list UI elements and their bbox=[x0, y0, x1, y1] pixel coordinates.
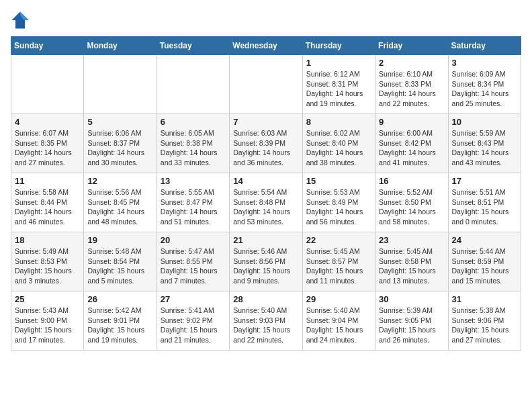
day-number: 16 bbox=[379, 176, 444, 186]
day-cell: 29Sunrise: 5:40 AM Sunset: 9:04 PM Dayli… bbox=[302, 291, 375, 351]
day-info: Sunrise: 5:46 AM Sunset: 8:56 PM Dayligh… bbox=[233, 246, 298, 286]
col-header-sunday: Sunday bbox=[11, 37, 84, 55]
day-cell: 31Sunrise: 5:38 AM Sunset: 9:06 PM Dayli… bbox=[448, 291, 521, 351]
day-cell bbox=[157, 55, 229, 114]
day-number: 13 bbox=[161, 176, 226, 186]
day-info: Sunrise: 5:43 AM Sunset: 9:00 PM Dayligh… bbox=[15, 306, 80, 345]
day-number: 17 bbox=[452, 176, 517, 186]
day-cell: 23Sunrise: 5:45 AM Sunset: 8:58 PM Dayli… bbox=[375, 232, 448, 291]
day-info: Sunrise: 5:45 AM Sunset: 8:57 PM Dayligh… bbox=[306, 246, 371, 286]
col-header-saturday: Saturday bbox=[448, 37, 521, 55]
day-number: 4 bbox=[15, 117, 80, 127]
day-cell: 25Sunrise: 5:43 AM Sunset: 9:00 PM Dayli… bbox=[11, 291, 84, 351]
day-cell: 27Sunrise: 5:41 AM Sunset: 9:02 PM Dayli… bbox=[157, 291, 229, 351]
day-info: Sunrise: 5:47 AM Sunset: 8:55 PM Dayligh… bbox=[161, 246, 226, 286]
day-info: Sunrise: 6:05 AM Sunset: 8:38 PM Dayligh… bbox=[161, 128, 226, 168]
day-number: 6 bbox=[161, 117, 226, 127]
day-info: Sunrise: 5:54 AM Sunset: 8:48 PM Dayligh… bbox=[233, 187, 298, 227]
day-cell: 5Sunrise: 6:06 AM Sunset: 8:37 PM Daylig… bbox=[84, 114, 157, 173]
day-number: 20 bbox=[161, 235, 226, 245]
day-info: Sunrise: 6:00 AM Sunset: 8:42 PM Dayligh… bbox=[379, 128, 444, 168]
day-number: 9 bbox=[379, 117, 444, 127]
col-header-tuesday: Tuesday bbox=[157, 37, 229, 55]
day-info: Sunrise: 6:06 AM Sunset: 8:37 PM Dayligh… bbox=[87, 128, 152, 168]
week-row-1: 1Sunrise: 6:12 AM Sunset: 8:31 PM Daylig… bbox=[11, 55, 521, 114]
day-cell: 6Sunrise: 6:05 AM Sunset: 8:38 PM Daylig… bbox=[157, 114, 229, 173]
day-cell: 15Sunrise: 5:53 AM Sunset: 8:49 PM Dayli… bbox=[302, 173, 375, 232]
col-header-wednesday: Wednesday bbox=[230, 37, 302, 55]
day-cell: 16Sunrise: 5:52 AM Sunset: 8:50 PM Dayli… bbox=[375, 173, 448, 232]
day-number: 2 bbox=[379, 58, 444, 68]
day-cell: 8Sunrise: 6:02 AM Sunset: 8:40 PM Daylig… bbox=[302, 114, 375, 173]
day-cell: 22Sunrise: 5:45 AM Sunset: 8:57 PM Dayli… bbox=[302, 232, 375, 291]
day-cell: 28Sunrise: 5:40 AM Sunset: 9:03 PM Dayli… bbox=[230, 291, 302, 351]
day-number: 30 bbox=[379, 294, 444, 304]
day-cell: 3Sunrise: 6:09 AM Sunset: 8:34 PM Daylig… bbox=[448, 55, 521, 114]
logo-icon bbox=[11, 11, 30, 30]
col-header-friday: Friday bbox=[375, 37, 448, 55]
day-cell: 24Sunrise: 5:44 AM Sunset: 8:59 PM Dayli… bbox=[448, 232, 521, 291]
day-number: 26 bbox=[87, 294, 152, 304]
day-cell: 11Sunrise: 5:58 AM Sunset: 8:44 PM Dayli… bbox=[11, 173, 84, 232]
day-number: 25 bbox=[15, 294, 80, 304]
col-header-monday: Monday bbox=[84, 37, 157, 55]
day-cell bbox=[84, 55, 157, 114]
day-number: 19 bbox=[87, 235, 152, 245]
day-info: Sunrise: 6:07 AM Sunset: 8:35 PM Dayligh… bbox=[15, 128, 80, 168]
day-cell: 10Sunrise: 5:59 AM Sunset: 8:43 PM Dayli… bbox=[448, 114, 521, 173]
day-number: 31 bbox=[452, 294, 517, 304]
day-number: 18 bbox=[15, 235, 80, 245]
day-cell: 17Sunrise: 5:51 AM Sunset: 8:51 PM Dayli… bbox=[448, 173, 521, 232]
day-info: Sunrise: 5:59 AM Sunset: 8:43 PM Dayligh… bbox=[452, 128, 517, 168]
day-cell: 1Sunrise: 6:12 AM Sunset: 8:31 PM Daylig… bbox=[302, 55, 375, 114]
day-info: Sunrise: 5:56 AM Sunset: 8:45 PM Dayligh… bbox=[87, 187, 152, 227]
day-cell bbox=[230, 55, 302, 114]
day-cell: 14Sunrise: 5:54 AM Sunset: 8:48 PM Dayli… bbox=[230, 173, 302, 232]
day-info: Sunrise: 6:02 AM Sunset: 8:40 PM Dayligh… bbox=[306, 128, 371, 168]
day-info: Sunrise: 5:40 AM Sunset: 9:04 PM Dayligh… bbox=[306, 306, 371, 345]
day-info: Sunrise: 6:12 AM Sunset: 8:31 PM Dayligh… bbox=[306, 69, 371, 109]
day-number: 1 bbox=[306, 58, 371, 68]
day-info: Sunrise: 5:44 AM Sunset: 8:59 PM Dayligh… bbox=[452, 246, 517, 286]
day-number: 12 bbox=[87, 176, 152, 186]
day-number: 5 bbox=[87, 117, 152, 127]
day-number: 8 bbox=[306, 117, 371, 127]
day-info: Sunrise: 5:49 AM Sunset: 8:53 PM Dayligh… bbox=[15, 246, 80, 286]
day-cell: 12Sunrise: 5:56 AM Sunset: 8:45 PM Dayli… bbox=[84, 173, 157, 232]
day-info: Sunrise: 5:52 AM Sunset: 8:50 PM Dayligh… bbox=[379, 187, 444, 227]
day-number: 23 bbox=[379, 235, 444, 245]
week-row-5: 25Sunrise: 5:43 AM Sunset: 9:00 PM Dayli… bbox=[11, 291, 521, 351]
day-number: 10 bbox=[452, 117, 517, 127]
day-cell: 9Sunrise: 6:00 AM Sunset: 8:42 PM Daylig… bbox=[375, 114, 448, 173]
day-info: Sunrise: 5:55 AM Sunset: 8:47 PM Dayligh… bbox=[161, 187, 226, 227]
day-cell: 26Sunrise: 5:42 AM Sunset: 9:01 PM Dayli… bbox=[84, 291, 157, 351]
day-cell: 7Sunrise: 6:03 AM Sunset: 8:39 PM Daylig… bbox=[230, 114, 302, 173]
day-number: 21 bbox=[233, 235, 298, 245]
day-number: 15 bbox=[306, 176, 371, 186]
day-info: Sunrise: 5:58 AM Sunset: 8:44 PM Dayligh… bbox=[15, 187, 80, 227]
day-number: 3 bbox=[452, 58, 517, 68]
day-number: 28 bbox=[233, 294, 298, 304]
week-row-2: 4Sunrise: 6:07 AM Sunset: 8:35 PM Daylig… bbox=[11, 114, 521, 173]
day-cell: 2Sunrise: 6:10 AM Sunset: 8:33 PM Daylig… bbox=[375, 55, 448, 114]
day-info: Sunrise: 5:42 AM Sunset: 9:01 PM Dayligh… bbox=[87, 306, 152, 345]
day-number: 14 bbox=[233, 176, 298, 186]
page-header bbox=[11, 11, 521, 30]
day-cell: 13Sunrise: 5:55 AM Sunset: 8:47 PM Dayli… bbox=[157, 173, 229, 232]
day-cell: 4Sunrise: 6:07 AM Sunset: 8:35 PM Daylig… bbox=[11, 114, 84, 173]
day-info: Sunrise: 5:53 AM Sunset: 8:49 PM Dayligh… bbox=[306, 187, 371, 227]
day-cell: 19Sunrise: 5:48 AM Sunset: 8:54 PM Dayli… bbox=[84, 232, 157, 291]
day-info: Sunrise: 5:41 AM Sunset: 9:02 PM Dayligh… bbox=[161, 306, 226, 345]
week-row-4: 18Sunrise: 5:49 AM Sunset: 8:53 PM Dayli… bbox=[11, 232, 521, 291]
day-info: Sunrise: 5:48 AM Sunset: 8:54 PM Dayligh… bbox=[87, 246, 152, 286]
day-cell: 20Sunrise: 5:47 AM Sunset: 8:55 PM Dayli… bbox=[157, 232, 229, 291]
day-info: Sunrise: 5:45 AM Sunset: 8:58 PM Dayligh… bbox=[379, 246, 444, 286]
day-cell bbox=[11, 55, 84, 114]
day-cell: 18Sunrise: 5:49 AM Sunset: 8:53 PM Dayli… bbox=[11, 232, 84, 291]
day-info: Sunrise: 5:51 AM Sunset: 8:51 PM Dayligh… bbox=[452, 187, 517, 227]
day-number: 29 bbox=[306, 294, 371, 304]
calendar: SundayMondayTuesdayWednesdayThursdayFrid… bbox=[11, 36, 521, 351]
day-cell: 21Sunrise: 5:46 AM Sunset: 8:56 PM Dayli… bbox=[230, 232, 302, 291]
day-number: 11 bbox=[15, 176, 80, 186]
day-number: 27 bbox=[161, 294, 226, 304]
